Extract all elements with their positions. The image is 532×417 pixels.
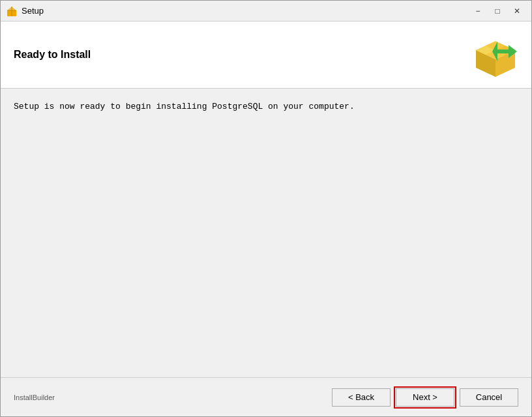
title-bar-icon: [6, 5, 18, 17]
window-title: Setup: [22, 6, 469, 16]
setup-window: Setup − □ ✕ Ready to Install: [0, 0, 532, 417]
brand-label: InstallBuilder: [14, 394, 55, 401]
cancel-button[interactable]: Cancel: [460, 388, 518, 407]
next-button[interactable]: Next >: [396, 388, 454, 407]
title-bar: Setup − □ ✕: [1, 1, 531, 22]
footer-section: InstallBuilder < Back Next > Cancel: [1, 377, 531, 416]
content-description: Setup is now ready to begin installing P…: [14, 102, 518, 111]
header-icon: [473, 32, 518, 78]
installer-icon: [473, 32, 518, 78]
content-area: Setup is now ready to begin installing P…: [1, 89, 531, 377]
page-title: Ready to Install: [14, 49, 91, 61]
footer-buttons: < Back Next > Cancel: [332, 388, 518, 407]
header-section: Ready to Install: [1, 22, 531, 89]
maximize-button[interactable]: □: [488, 4, 507, 18]
minimize-button[interactable]: −: [469, 4, 487, 18]
close-button[interactable]: ✕: [508, 4, 526, 18]
back-button[interactable]: < Back: [332, 388, 391, 407]
window-controls: − □ ✕: [469, 4, 526, 18]
